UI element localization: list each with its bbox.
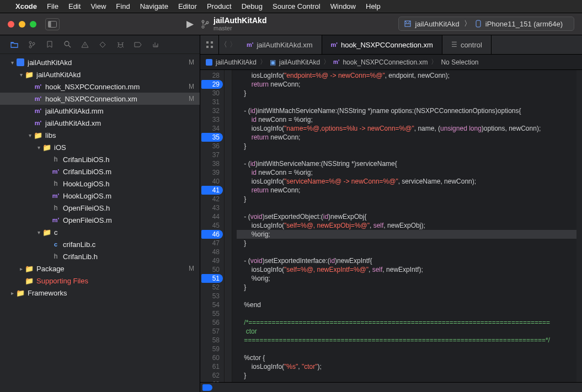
app-menu[interactable]: Xcode	[15, 2, 37, 10]
tree-row[interactable]: m'hook_NSXPCConnection.mmM	[0, 80, 200, 93]
source-line[interactable]	[237, 203, 576, 212]
source-text[interactable]: iosLogInfo("endpoint=%@ -> newConn=%@", …	[232, 70, 576, 382]
menu-source-control[interactable]: Source Control	[273, 2, 321, 10]
disclosure-arrow[interactable]: ▸	[9, 290, 15, 296]
menu-editor[interactable]: Editor	[178, 2, 197, 10]
line-number[interactable]: 56	[200, 318, 223, 327]
line-number[interactable]: 55	[200, 309, 223, 318]
source-line[interactable]: %end	[237, 300, 576, 309]
tree-row[interactable]: m'jailAuthKitAkd.mm	[0, 105, 200, 117]
source-line[interactable]	[237, 345, 576, 353]
line-number[interactable]: 59	[200, 345, 223, 353]
menu-navigate[interactable]: Navigate	[140, 2, 168, 10]
source-control-navigator-tab[interactable]	[28, 40, 36, 49]
tree-row[interactable]: hCrifanLibiOS.h	[0, 153, 200, 165]
source-line[interactable]: iosLogInfo("serviceName=%@ -> newConn=%@…	[237, 177, 576, 186]
source-line[interactable]: return newConn;	[237, 133, 576, 142]
line-number[interactable]: 30	[200, 89, 223, 98]
line-number[interactable]: 29	[201, 80, 223, 89]
jumpbar-item-0[interactable]: jailAuthKitAkd	[216, 58, 257, 66]
source-line[interactable]: id newConn = %orig;	[237, 168, 576, 177]
tree-row[interactable]: m'CrifanLibiOS.m	[0, 165, 200, 178]
tree-row[interactable]: hCrifanLib.h	[0, 250, 200, 262]
disclosure-arrow[interactable]: ▾	[35, 144, 42, 151]
line-number[interactable]: 43	[200, 203, 223, 212]
source-line[interactable]: return newConn;	[237, 80, 576, 89]
jump-bar[interactable]: jailAuthKitAkd〉 ▣ jailAuthKitAkd〉 m' hoo…	[200, 55, 582, 70]
find-navigator-tab[interactable]	[63, 40, 72, 49]
tree-row[interactable]: hOpenFileiOS.h	[0, 202, 200, 214]
tree-row[interactable]: hHookLogiOS.h	[0, 178, 200, 190]
source-line[interactable]: iosLogInfo("endpoint=%@ -> newConn=%@", …	[237, 71, 576, 80]
source-line[interactable]: }	[237, 89, 576, 98]
line-number[interactable]: 53	[200, 292, 223, 300]
project-navigator-tab[interactable]	[10, 40, 19, 49]
tree-row[interactable]: ▾📁c	[0, 226, 200, 238]
source-line[interactable]: }	[237, 283, 576, 292]
scheme-selector[interactable]: jailAuthKitAkd 〉 iPhone11_151 (arm64e)	[398, 17, 574, 31]
editor-tab-2[interactable]: ☰control	[442, 35, 492, 54]
menu-view[interactable]: View	[90, 2, 106, 10]
tree-row[interactable]: ▾📁iOS	[0, 141, 200, 153]
line-number[interactable]: 33	[200, 115, 223, 124]
line-number[interactable]: 63	[200, 380, 223, 382]
fold-ribbon[interactable]	[225, 70, 232, 382]
line-number[interactable]: 47	[200, 239, 223, 248]
tree-row[interactable]: ▸📁PackageM	[0, 262, 200, 275]
editor-tab-1[interactable]: m'hook_NSXPCConnection.xm	[322, 35, 442, 54]
source-line[interactable]: - (void)setExportedObject:(id)newExpObj{	[237, 212, 576, 221]
line-number[interactable]: 50	[200, 265, 223, 274]
source-line[interactable]: }	[237, 239, 576, 248]
tree-row[interactable]: ▾📁jailAuthKitAkd	[0, 68, 200, 80]
jumpbar-item-3[interactable]: No Selection	[441, 58, 478, 66]
scheme-project[interactable]: jailAuthKitAkd master	[213, 17, 266, 31]
debug-navigator-tab[interactable]	[116, 40, 125, 49]
line-number[interactable]: 49	[200, 256, 223, 265]
tree-row[interactable]: ccrifanLib.c	[0, 238, 200, 250]
line-number[interactable]: 51	[201, 274, 223, 283]
source-line[interactable]: iosLogInfo("self=%@, newExpIntf=%@", sel…	[237, 265, 576, 274]
breakpoint-navigator-tab[interactable]	[134, 40, 142, 49]
test-navigator-tab[interactable]	[98, 40, 107, 49]
bookmark-navigator-tab[interactable]	[45, 40, 54, 49]
source-line[interactable]	[237, 98, 576, 106]
source-line[interactable]: %ctor {	[237, 353, 576, 362]
gutter[interactable]: 2829303132333435363738394041424344454647…	[200, 70, 225, 382]
menu-debug[interactable]: Debug	[242, 2, 263, 10]
source-line[interactable]	[237, 248, 576, 256]
tree-row[interactable]: 📁Supporting Files	[0, 275, 200, 287]
source-line[interactable]: /*======================================…	[237, 318, 576, 327]
source-line[interactable]: - (id)initWithMachServiceName:(NSString …	[237, 106, 576, 115]
issue-navigator-tab[interactable]	[81, 40, 89, 49]
menu-help[interactable]: Help	[366, 2, 381, 10]
source-line[interactable]: }	[237, 195, 576, 203]
line-number[interactable]: 48	[200, 248, 223, 256]
source-line[interactable]: ctor	[237, 327, 576, 336]
line-number[interactable]: 57	[200, 327, 223, 336]
tree-row[interactable]: m'HookLogiOS.m	[0, 190, 200, 202]
project-tree[interactable]: ▾jailAuthKitAkdM▾📁jailAuthKitAkdm'hook_N…	[0, 54, 200, 392]
minimize-window-button[interactable]	[19, 21, 25, 28]
menu-product[interactable]: Product	[207, 2, 232, 10]
source-line[interactable]: %orig;	[237, 230, 576, 239]
source-line[interactable]: iosLogInfo("name=%@,options=%lu -> newCo…	[237, 124, 576, 133]
line-number[interactable]: 54	[200, 300, 223, 309]
line-number[interactable]: 41	[201, 186, 223, 195]
tree-row[interactable]: ▾jailAuthKitAkdM	[0, 56, 200, 68]
line-number[interactable]: 44	[200, 212, 223, 221]
tree-row[interactable]: m'OpenFileiOS.m	[0, 214, 200, 226]
disclosure-arrow[interactable]: ▾	[35, 229, 42, 235]
line-number[interactable]: 58	[200, 336, 223, 345]
menu-window[interactable]: Window	[330, 2, 356, 10]
tree-row[interactable]: m'jailAuthKitAkd.xm	[0, 117, 200, 129]
source-line[interactable]: iosLogInfo("self=%@, newExpObj=%@", self…	[237, 221, 576, 230]
source-line[interactable]: iosLogInfo("%s", "ctor");	[237, 362, 576, 371]
tree-row[interactable]: ▾📁libs	[0, 129, 200, 141]
source-line[interactable]: id newConn = %orig;	[237, 115, 576, 124]
zoom-window-button[interactable]	[30, 21, 36, 28]
related-items-button[interactable]	[200, 35, 219, 54]
forward-button[interactable]: 〉	[229, 40, 237, 50]
jumpbar-item-2[interactable]: hook_NSXPCConnection.xm	[343, 58, 428, 66]
menu-edit[interactable]: Edit	[68, 2, 81, 10]
source-line[interactable]	[237, 151, 576, 159]
